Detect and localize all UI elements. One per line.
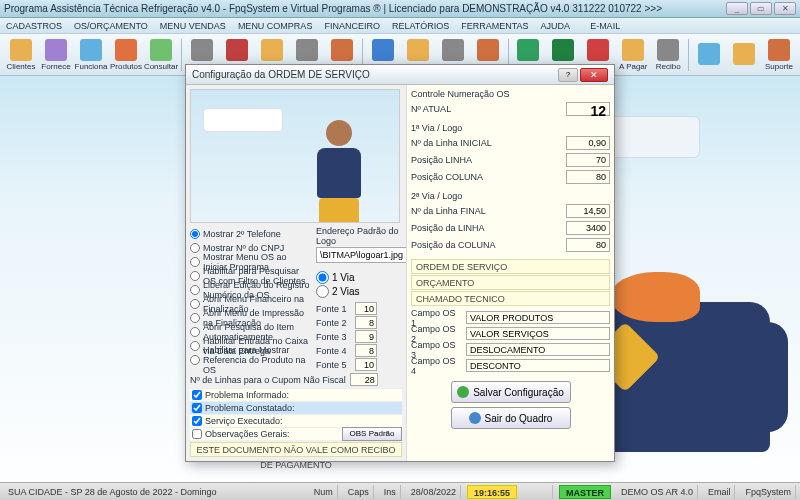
menu-item[interactable]: RELATÓRIOS bbox=[392, 18, 449, 33]
salvar-button[interactable]: Salvar Configuração bbox=[451, 381, 571, 403]
toolbar-icon bbox=[552, 39, 574, 61]
technician-illustration bbox=[309, 120, 369, 223]
status-demo: DEMO OS AR 4.0 bbox=[617, 485, 698, 499]
n-atual-label: Nº ATUAL bbox=[411, 104, 562, 114]
via2-radio[interactable] bbox=[316, 285, 329, 298]
option-radio[interactable] bbox=[190, 327, 200, 337]
toolbar-button[interactable] bbox=[692, 36, 726, 74]
pos-linha2-input[interactable] bbox=[566, 221, 610, 235]
menu-item[interactable]: E-MAIL bbox=[590, 18, 620, 33]
toolbar-icon bbox=[150, 39, 172, 61]
fonte-input[interactable] bbox=[355, 330, 377, 343]
chk-input[interactable] bbox=[192, 416, 202, 426]
nlinhas-input[interactable] bbox=[350, 373, 378, 386]
pos-col2-input[interactable] bbox=[566, 238, 610, 252]
pos-col-input[interactable] bbox=[566, 170, 610, 184]
sair-button[interactable]: Sair do Quadro bbox=[451, 407, 571, 429]
toolbar-icon bbox=[226, 39, 248, 61]
menu-item[interactable]: OS/ORÇAMENTO bbox=[74, 18, 148, 33]
menu-item[interactable]: MENU VENDAS bbox=[160, 18, 226, 33]
toolbar-Consultar[interactable]: Consultar bbox=[144, 36, 178, 74]
minimize-button[interactable]: _ bbox=[726, 2, 748, 15]
menu-item[interactable]: FINANCEIRO bbox=[324, 18, 380, 33]
status-blank bbox=[523, 485, 553, 499]
close-button[interactable]: ✕ bbox=[774, 2, 796, 15]
toolbar-icon bbox=[698, 43, 720, 65]
fonte-input[interactable] bbox=[355, 302, 377, 315]
chk-input[interactable] bbox=[192, 429, 202, 439]
toolbar-icon bbox=[733, 43, 755, 65]
dialog-title: Configuração da ORDEM DE SERVIÇO bbox=[192, 69, 370, 80]
chamado-band: CHAMADO TECNICO bbox=[411, 291, 610, 306]
toolbar-Clientes[interactable]: Clientes bbox=[4, 36, 38, 74]
option-radio[interactable] bbox=[190, 355, 200, 365]
campo-input[interactable] bbox=[466, 343, 610, 356]
obs-padrao-button[interactable]: OBS Padrão bbox=[342, 427, 402, 441]
via2-header: 2ª Via / Logo bbox=[411, 191, 610, 201]
linha-final-input[interactable] bbox=[566, 204, 610, 218]
toolbar-Recibo[interactable]: Recibo bbox=[651, 36, 685, 74]
option-radio[interactable] bbox=[190, 243, 200, 253]
n-atual-value: 12 bbox=[566, 102, 610, 116]
chk-label: Problema Constatado: bbox=[205, 403, 295, 413]
status-date: 28/08/2022 bbox=[407, 485, 461, 499]
dialog-help-button[interactable]: ? bbox=[558, 68, 578, 82]
chk-input[interactable] bbox=[192, 390, 202, 400]
toolbar-icon bbox=[45, 39, 67, 61]
status-master: MASTER bbox=[559, 485, 611, 499]
campo-input[interactable] bbox=[466, 359, 610, 372]
pos-col-label: Posição COLUNA bbox=[411, 172, 562, 182]
fonte-input[interactable] bbox=[355, 358, 377, 371]
fonte-input[interactable] bbox=[355, 316, 377, 329]
toolbar-button[interactable] bbox=[727, 36, 761, 74]
menu-item[interactable]: MENU COMPRAS bbox=[238, 18, 313, 33]
dialog-illustration bbox=[190, 89, 400, 223]
toolbar-icon bbox=[622, 39, 644, 61]
option-radio[interactable] bbox=[190, 313, 200, 323]
menu-item[interactable]: AJUDA bbox=[541, 18, 571, 33]
via1-radio[interactable] bbox=[316, 271, 329, 284]
option-radio[interactable] bbox=[190, 229, 200, 239]
pos-linha-input[interactable] bbox=[566, 153, 610, 167]
toolbar-Suporte[interactable]: Suporte bbox=[762, 36, 796, 74]
status-num: Num bbox=[310, 485, 338, 499]
status-email[interactable]: Email bbox=[704, 485, 736, 499]
check-icon bbox=[457, 386, 469, 398]
status-caps: Caps bbox=[344, 485, 374, 499]
window-title: Programa Assistência Técnica Refrigeraçã… bbox=[4, 3, 662, 14]
chk-input[interactable] bbox=[192, 403, 202, 413]
pos-linha-label: Posição LINHA bbox=[411, 155, 562, 165]
option-radio[interactable] bbox=[190, 285, 200, 295]
ordem-servico-band: ORDEM DE SERVIÇO bbox=[411, 259, 610, 274]
toolbar-icon bbox=[768, 39, 790, 61]
dialog-titlebar: Configuração da ORDEM DE SERVIÇO ? ✕ bbox=[186, 65, 614, 85]
toolbar-Produtos[interactable]: Produtos bbox=[109, 36, 143, 74]
toolbar-Funciona[interactable]: Funciona bbox=[74, 36, 108, 74]
linha-inicial-input[interactable] bbox=[566, 136, 610, 150]
status-sys[interactable]: FpqSystem bbox=[741, 485, 796, 499]
pos-linha2-label: Posição da LINHA bbox=[411, 223, 562, 233]
option-radio[interactable] bbox=[190, 299, 200, 309]
fonte-input[interactable] bbox=[355, 344, 377, 357]
maximize-button[interactable]: ▭ bbox=[750, 2, 772, 15]
menu-item[interactable]: CADASTROS bbox=[6, 18, 62, 33]
toolbar-icon bbox=[587, 39, 609, 61]
toolbar-A Pagar[interactable]: A Pagar bbox=[616, 36, 650, 74]
fonte-label: Fonte 4 bbox=[316, 346, 352, 356]
via1-label: 1 Via bbox=[332, 272, 355, 283]
toolbar-Fornece[interactable]: Fornece bbox=[39, 36, 73, 74]
option-radio[interactable] bbox=[190, 341, 200, 351]
option-radio[interactable] bbox=[190, 257, 200, 267]
linha-final-label: Nº da Linha FINAL bbox=[411, 206, 562, 216]
dialog-close-button[interactable]: ✕ bbox=[580, 68, 608, 82]
cat-illustration bbox=[610, 272, 700, 322]
campo-input[interactable] bbox=[466, 311, 610, 324]
footer-note: ESTE DOCUMENTO NÃO VALE COMO RECIBO DE P… bbox=[190, 442, 402, 457]
toolbar-icon bbox=[477, 39, 499, 61]
campo-input[interactable] bbox=[466, 327, 610, 340]
option-radio[interactable] bbox=[190, 271, 200, 281]
via2-label: 2 Vias bbox=[332, 286, 360, 297]
menu-item[interactable]: FERRAMENTAS bbox=[461, 18, 528, 33]
status-time: 19:16:55 bbox=[467, 485, 517, 499]
menubar: CADASTROS OS/ORÇAMENTO MENU VENDAS MENU … bbox=[0, 18, 800, 34]
